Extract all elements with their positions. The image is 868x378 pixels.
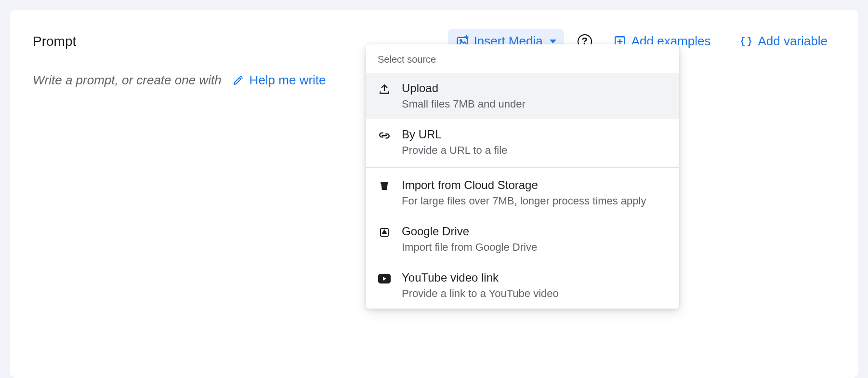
bucket-icon — [378, 179, 391, 193]
dropdown-item-cloud-storage[interactable]: Import from Cloud Storage For large file… — [366, 170, 679, 216]
dropdown-header: Select source — [366, 44, 679, 73]
dropdown-item-subtitle: Small files 7MB and under — [402, 98, 526, 110]
dropdown-item-youtube[interactable]: YouTube video link Provide a link to a Y… — [366, 262, 679, 309]
youtube-icon — [378, 272, 391, 285]
dropdown-item-google-drive[interactable]: Google Drive Import file from Google Dri… — [366, 216, 679, 262]
add-variable-label: Add variable — [758, 34, 828, 49]
dropdown-divider — [366, 167, 679, 168]
dropdown-item-subtitle: For large files over 7MB, longer process… — [402, 195, 646, 207]
dropdown-item-by-url[interactable]: By URL Provide a URL to a file — [366, 119, 679, 165]
dropdown-item-text: By URL Provide a URL to a file — [402, 128, 507, 157]
dropdown-item-text: Import from Cloud Storage For large file… — [402, 178, 646, 207]
page-title: Prompt — [33, 34, 76, 49]
pencil-sparkle-icon — [231, 74, 245, 87]
upload-icon — [378, 82, 391, 96]
svg-point-1 — [460, 40, 461, 41]
help-me-write-button[interactable]: Help me write — [231, 73, 326, 88]
svg-rect-8 — [381, 182, 388, 184]
dropdown-item-title: Upload — [402, 81, 526, 95]
dropdown-item-text: YouTube video link Provide a link to a Y… — [402, 271, 559, 300]
insert-media-dropdown: Select source Upload Small files 7MB and… — [366, 44, 679, 309]
link-icon — [378, 129, 391, 142]
dropdown-item-subtitle: Provide a link to a YouTube video — [402, 287, 559, 300]
dropdown-item-title: YouTube video link — [402, 271, 559, 284]
dropdown-item-subtitle: Provide a URL to a file — [402, 144, 507, 157]
chevron-down-icon — [550, 40, 556, 43]
drive-icon — [378, 226, 391, 239]
prompt-placeholder[interactable]: Write a prompt, or create one with — [33, 73, 222, 88]
help-me-write-label: Help me write — [250, 73, 326, 88]
dropdown-item-text: Upload Small files 7MB and under — [402, 81, 526, 110]
braces-icon — [739, 35, 753, 48]
dropdown-item-title: By URL — [402, 128, 507, 141]
dropdown-item-title: Import from Cloud Storage — [402, 178, 646, 192]
dropdown-item-subtitle: Import file from Google Drive — [402, 241, 537, 254]
dropdown-item-text: Google Drive Import file from Google Dri… — [402, 225, 537, 254]
dropdown-item-upload[interactable]: Upload Small files 7MB and under — [366, 73, 679, 119]
dropdown-item-title: Google Drive — [402, 225, 537, 238]
add-variable-button[interactable]: Add variable — [732, 29, 835, 54]
